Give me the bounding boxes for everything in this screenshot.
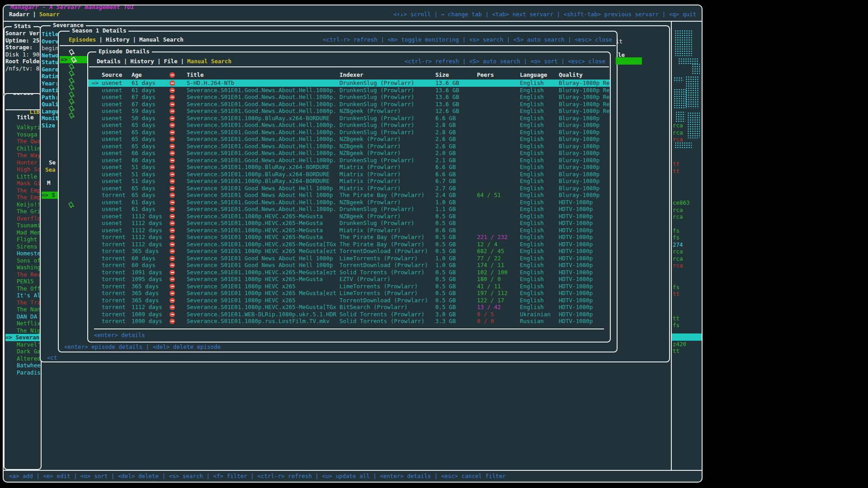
series-item[interactable]: Dark Ga bbox=[17, 348, 42, 355]
episode-tab-file[interactable]: File bbox=[164, 58, 177, 65]
poster-dots bbox=[675, 30, 693, 56]
release-quality: HDTV-1080p bbox=[559, 234, 610, 241]
release-row[interactable]: usenet61 daysSeverance.S01E01.Good.News.… bbox=[88, 199, 610, 206]
release-row[interactable]: usenet51 daysSeverance.S01E01.1080p.BluR… bbox=[88, 171, 610, 178]
season-tab-history[interactable]: History bbox=[106, 36, 130, 43]
release-row[interactable]: torrent1009 daysSeverance.S01E01.WEB-DLR… bbox=[88, 311, 610, 318]
series-item[interactable]: Sons of bbox=[17, 257, 42, 264]
episode-tab-details[interactable]: Details bbox=[97, 58, 121, 65]
release-row[interactable]: usenet65 daysSeverance.S01E01.Good.News.… bbox=[88, 143, 610, 150]
series-item[interactable]: PEN15 bbox=[17, 278, 42, 285]
release-source: usenet bbox=[102, 80, 132, 87]
episode-tab-manual-search[interactable]: Manual Search bbox=[187, 58, 231, 65]
release-row[interactable]: usenet1112 daysSeverance.S01E01.1080p.HE… bbox=[88, 220, 610, 227]
series-item[interactable]: Altered bbox=[17, 355, 42, 362]
release-row[interactable]: torrent365 daysSeverance S01E01 1080p HE… bbox=[88, 248, 610, 255]
release-row[interactable]: usenet65 daysSeverance.S01E01.Good.News.… bbox=[88, 136, 610, 143]
tag-icon bbox=[67, 111, 77, 122]
series-item[interactable]: The Nig bbox=[17, 327, 42, 334]
series-item[interactable]: Homeste bbox=[17, 250, 42, 257]
release-age: 1112 days bbox=[132, 213, 165, 220]
release-row[interactable]: usenet51 daysSeverance.S01E01.1080p.BluR… bbox=[88, 178, 610, 185]
release-row[interactable]: usenet1112 daysSeverance.S01E01.1080p.HE… bbox=[88, 213, 610, 220]
servarr-tab-radarr[interactable]: Radarr bbox=[9, 11, 29, 18]
release-age: 365 days bbox=[132, 297, 165, 304]
release-row[interactable]: torrent365 daysSeverance S01E01 1080p HE… bbox=[88, 297, 610, 304]
series-item[interactable]: Paradis bbox=[17, 369, 42, 376]
release-row[interactable]: usenet65 daysSeverance.S01E01.Good.News.… bbox=[88, 129, 610, 136]
season-tab-episodes[interactable]: Episodes bbox=[69, 36, 96, 43]
release-row[interactable]: torrent60 daysSeverance S01E01 Good News… bbox=[88, 262, 610, 269]
release-row[interactable]: usenet67 daysSeverance.S01E01.Good.News.… bbox=[88, 94, 610, 101]
release-row[interactable]: torrent1112 daysSeverance.S01E01.1080p.H… bbox=[88, 304, 610, 311]
release-row[interactable]: =>usenet61 daysS-HD.H.264-NTbDrunkenSlug… bbox=[88, 80, 610, 87]
release-row[interactable]: usenet61 daysSeverance.S01E01.Good.News.… bbox=[88, 206, 610, 213]
series-item[interactable]: Flight bbox=[17, 236, 42, 243]
series-item[interactable]: DAN DA bbox=[17, 313, 42, 320]
col-size: Size bbox=[435, 71, 477, 79]
series-item[interactable]: The Emp bbox=[17, 187, 42, 194]
release-age: 67 days bbox=[132, 101, 165, 108]
release-quality: HDTV-1080p bbox=[559, 199, 610, 206]
release-age: 61 days bbox=[132, 80, 165, 87]
rejected-icon bbox=[170, 164, 175, 170]
series-item[interactable]: The Qwa bbox=[17, 138, 42, 145]
series-item[interactable]: It's Al bbox=[17, 292, 42, 299]
stats-title: Stats bbox=[12, 23, 33, 30]
release-row[interactable]: usenet65 daysSeverance S01E01 Good News … bbox=[88, 185, 610, 192]
series-item[interactable]: Valkyri bbox=[17, 124, 42, 131]
release-quality: Bluray-1080p bbox=[559, 150, 610, 157]
release-row[interactable]: usenet65 daysSeverance.S01E01.Good.News.… bbox=[88, 122, 610, 129]
series-item[interactable]: Mad Men bbox=[17, 229, 42, 236]
release-row[interactable]: torrent1095 daysSeverance S01E01 1080p H… bbox=[88, 276, 610, 283]
episode-row-selected[interactable]: => bbox=[60, 56, 88, 63]
series-item[interactable]: Netflix bbox=[17, 320, 42, 327]
series-item[interactable]: Sirens bbox=[17, 243, 42, 250]
series-item[interactable]: High Sc bbox=[17, 166, 42, 173]
release-row[interactable]: torrent1090 daysSeverance.S01E01.1080p.r… bbox=[88, 318, 610, 325]
release-row[interactable]: torrent365 daysSeverance S01E01 1080p HE… bbox=[88, 290, 610, 297]
series-item[interactable]: The Emp bbox=[17, 194, 42, 201]
release-row[interactable]: torrent1091 daysSeverance.S01E01.1080p.H… bbox=[88, 269, 610, 276]
release-row[interactable]: torrent1112 daysSeverance.S01E01.1080p.H… bbox=[88, 241, 610, 248]
series-item[interactable]: Washing bbox=[17, 264, 42, 271]
series-item[interactable]: Mask Gi bbox=[17, 180, 42, 187]
release-row[interactable]: usenet59 daysSeverance.S01E01.Good.News.… bbox=[88, 108, 610, 115]
series-item[interactable]: The Off bbox=[17, 285, 42, 292]
release-language: English bbox=[520, 269, 559, 276]
series-item[interactable]: Little bbox=[17, 173, 42, 180]
release-row[interactable]: torrent1112 daysSeverance S01E01 1080p H… bbox=[88, 234, 610, 241]
release-row[interactable]: usenet67 daysSeverance.S01E01.Good.News.… bbox=[88, 101, 610, 108]
series-item[interactable]: The Rev bbox=[17, 271, 42, 278]
series-item[interactable]: Hunter bbox=[17, 159, 42, 166]
release-source: usenet bbox=[102, 185, 132, 192]
release-row[interactable]: usenet61 daysSeverance.S01E01.Good.News.… bbox=[88, 87, 610, 94]
release-row[interactable]: torrent65 daysSeverance S01E01 Good News… bbox=[88, 192, 610, 199]
release-peers: 221 / 232 bbox=[477, 234, 520, 241]
series-item[interactable]: The Nan bbox=[17, 306, 42, 313]
release-row[interactable]: usenet66 daysSeverance.S01E01.Good.News.… bbox=[88, 157, 610, 164]
series-item[interactable]: Keijo!! bbox=[17, 201, 42, 208]
episode-tab-history[interactable]: History bbox=[130, 58, 154, 65]
season-tab-manual-search[interactable]: Manual Search bbox=[139, 36, 184, 43]
series-item[interactable]: Chillin bbox=[17, 145, 42, 152]
release-rejected bbox=[165, 108, 187, 115]
release-row[interactable]: usenet50 daysSeverance.S01E01.1080p.BluR… bbox=[88, 115, 610, 122]
series-item[interactable]: Overflo bbox=[17, 215, 42, 222]
series-item[interactable]: The Tra bbox=[17, 299, 42, 306]
series-item[interactable]: Yosuga bbox=[17, 131, 42, 138]
release-row[interactable]: usenet1112 daysSeverance.S01E01.1080p.HE… bbox=[88, 227, 610, 234]
series-item[interactable]: The Way bbox=[17, 152, 42, 159]
release-indexer: NZBgeek (Prowlarr) bbox=[340, 150, 435, 157]
series-item[interactable]: The Gri bbox=[17, 208, 42, 215]
release-row[interactable]: torrent365 daysSeverance S01E01 1080p HE… bbox=[88, 283, 610, 290]
series-item-selected[interactable]: => Severan bbox=[5, 334, 41, 341]
release-row[interactable]: torrent60 daysSeverance S01E01 Good News… bbox=[88, 255, 610, 262]
series-item[interactable]: Batwhee bbox=[17, 362, 42, 369]
series-item[interactable]: Marvel' bbox=[17, 341, 42, 348]
release-row[interactable]: usenet51 daysSeverance.S01E01.1080p.BluR… bbox=[88, 164, 610, 171]
release-row[interactable]: usenet66 daysSeverance.S01E01.Good.News.… bbox=[88, 150, 610, 157]
servarr-tab-sonarr[interactable]: Sonarr bbox=[39, 11, 60, 18]
release-size: 1.0 GB bbox=[435, 255, 477, 262]
series-item[interactable]: Tsunami bbox=[17, 222, 42, 229]
